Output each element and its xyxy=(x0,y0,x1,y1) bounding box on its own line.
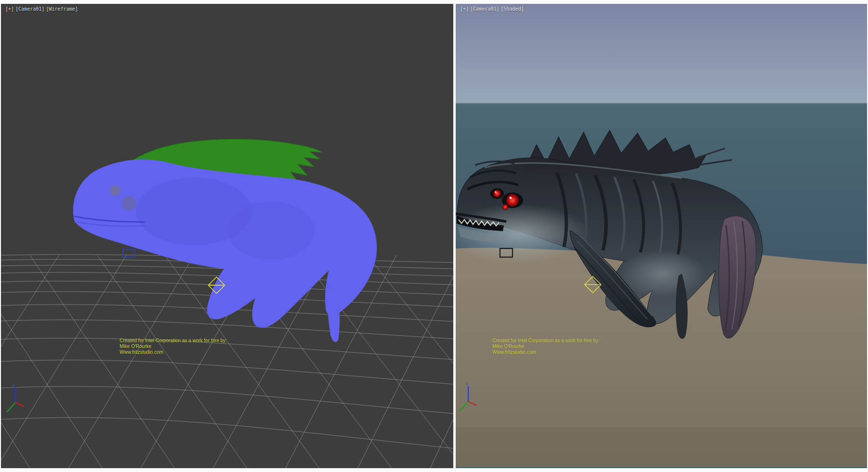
horizon-line xyxy=(456,103,867,104)
viewport-wireframe[interactable]: [+] [Camera01] [Wireframe] xyxy=(1,4,453,468)
wireframe-canvas[interactable]: z xyxy=(1,4,453,468)
watermark-text: Created for Intel Corporation as a work … xyxy=(492,338,599,355)
eye xyxy=(493,190,501,197)
viewport-shading-menu[interactable]: [Wireframe] xyxy=(45,6,78,12)
viewport-label-right: [+] [Camera01] [Shaded] xyxy=(460,6,524,12)
app-window: [+] [Camera01] [Wireframe] xyxy=(0,0,868,472)
selection-rect-gizmo[interactable] xyxy=(123,250,135,257)
viewport-label-left: [+] [Camera01] [Wireframe] xyxy=(5,6,79,12)
viewport-expand-button[interactable]: [+] xyxy=(460,6,469,12)
eye xyxy=(506,194,519,207)
body-shading xyxy=(228,202,314,260)
fish-model-wireframe[interactable] xyxy=(73,159,377,342)
viewport-shaded[interactable]: [+] [Camera01] [Shaded] xyxy=(456,4,867,468)
watermark-text: Created for Intel Corporation as a work … xyxy=(120,338,227,355)
viewport-camera-menu[interactable]: [Camera01] xyxy=(15,6,45,12)
fish-eye xyxy=(110,185,121,196)
viewport-shading-menu[interactable]: [Shaded] xyxy=(500,6,524,12)
fish-eye xyxy=(122,196,136,210)
z-axis-label: z xyxy=(13,382,15,387)
z-axis-label: z xyxy=(465,381,468,386)
world-axis-tripod: z xyxy=(7,382,24,412)
ground-band xyxy=(456,428,867,467)
eye xyxy=(502,204,508,210)
viewport-expand-button[interactable]: [+] xyxy=(5,6,14,12)
shaded-canvas[interactable]: z xyxy=(456,4,867,467)
belly-highlight xyxy=(619,250,706,298)
viewport-camera-menu[interactable]: [Camera01] xyxy=(470,6,500,12)
sky xyxy=(456,4,867,104)
